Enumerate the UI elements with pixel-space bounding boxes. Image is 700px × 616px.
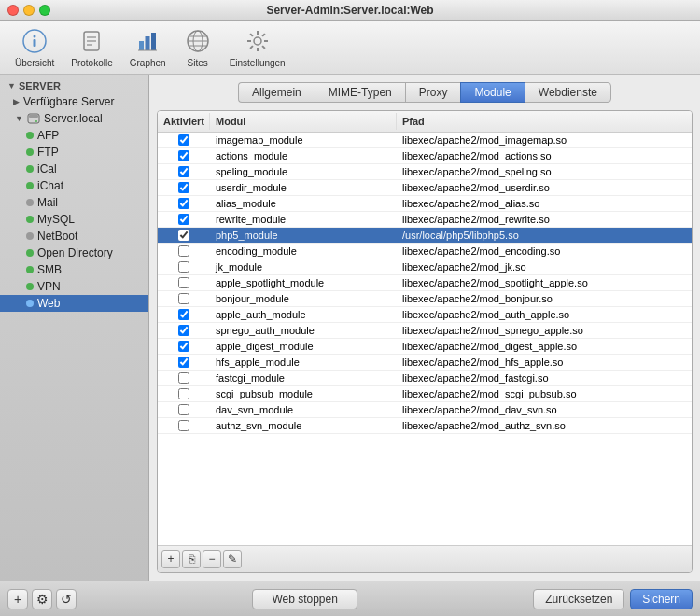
- table-row[interactable]: apple_spotlight_modulelibexec/apache2/mo…: [158, 275, 692, 291]
- module-path: libexec/apache2/mod_bonjour.so: [397, 291, 692, 306]
- table-row[interactable]: hfs_apple_modulelibexec/apache2/mod_hfs_…: [158, 355, 692, 371]
- table-bottom-toolbar: + ⎘ − ✎: [158, 545, 692, 572]
- sidebar-item-mail[interactable]: Mail: [0, 194, 148, 211]
- table-row[interactable]: jk_modulelibexec/apache2/mod_jk.so: [158, 259, 692, 275]
- checkbox-cell: [158, 402, 210, 417]
- traffic-lights[interactable]: [7, 5, 50, 16]
- edit-module-button[interactable]: ✎: [223, 550, 242, 568]
- sidebar-item-mysql[interactable]: MySQL: [0, 211, 148, 228]
- module-checkbox[interactable]: [178, 230, 189, 241]
- toolbar-sites-label: Sites: [188, 58, 208, 68]
- checkbox-cell: [158, 275, 210, 290]
- table-row[interactable]: dav_svn_modulelibexec/apache2/mod_dav_sv…: [158, 402, 692, 418]
- table-row[interactable]: spnego_auth_modulelibexec/apache2/mod_sp…: [158, 323, 692, 339]
- toolbar-graphen[interactable]: Graphen: [122, 22, 174, 72]
- sidebar-item-vpn[interactable]: VPN: [0, 278, 148, 295]
- checkbox-cell: [158, 418, 210, 433]
- table-row[interactable]: actions_modulelibexec/apache2/mod_action…: [158, 148, 692, 164]
- toolbar-uebersicht[interactable]: Übersicht: [7, 22, 62, 72]
- module-checkbox[interactable]: [178, 293, 189, 304]
- module-checkbox[interactable]: [178, 341, 189, 352]
- chevron-down-icon: ▼: [15, 114, 23, 123]
- module-checkbox[interactable]: [178, 261, 189, 273]
- toolbar-einstellungen[interactable]: Einstellungen: [222, 22, 293, 72]
- table-row[interactable]: scgi_pubsub_modulelibexec/apache2/mod_sc…: [158, 386, 692, 402]
- col-modul: Modul: [210, 113, 397, 130]
- sidebar-item-ichat[interactable]: iChat: [0, 177, 148, 194]
- module-checkbox[interactable]: [178, 245, 189, 257]
- table-row[interactable]: encoding_modulelibexec/apache2/mod_encod…: [158, 244, 692, 259]
- module-checkbox[interactable]: [178, 404, 189, 415]
- sidebar-item-server-local[interactable]: ▼ Server.local: [0, 110, 148, 127]
- table-row[interactable]: rewrite_modulelibexec/apache2/mod_rewrit…: [158, 212, 692, 228]
- module-checkbox[interactable]: [178, 150, 189, 161]
- module-name: scgi_pubsub_module: [210, 386, 397, 401]
- refresh-button[interactable]: ↺: [56, 589, 77, 609]
- module-checkbox[interactable]: [178, 214, 189, 225]
- sidebar-item-ftp[interactable]: FTP: [0, 144, 148, 161]
- module-name: encoding_module: [210, 244, 397, 259]
- module-checkbox[interactable]: [178, 134, 189, 146]
- sidebar-server-local-label: Server.local: [44, 112, 103, 125]
- toolbar-graphen-label: Graphen: [130, 58, 166, 68]
- table-row[interactable]: fastcgi_modulelibexec/apache2/mod_fastcg…: [158, 371, 692, 386]
- toolbar-sites[interactable]: Sites: [175, 22, 220, 72]
- table-row[interactable]: apple_auth_modulelibexec/apache2/mod_aut…: [158, 307, 692, 323]
- module-checkbox[interactable]: [178, 420, 189, 431]
- tab-mime-typen[interactable]: MIME-Typen: [315, 82, 405, 103]
- module-checkbox[interactable]: [178, 166, 189, 177]
- table-row[interactable]: php5_module/usr/local/php5/libphp5.so: [158, 228, 692, 244]
- module-checkbox[interactable]: [178, 277, 189, 288]
- module-checkbox[interactable]: [178, 198, 189, 209]
- tab-allgemein[interactable]: Allgemein: [238, 82, 315, 103]
- table-row[interactable]: speling_modulelibexec/apache2/mod_spelin…: [158, 164, 692, 180]
- toolbar-protokolle[interactable]: Protokolle: [63, 22, 119, 72]
- minimize-button[interactable]: [23, 5, 35, 16]
- status-dot-ical: [26, 165, 34, 173]
- module-checkbox[interactable]: [178, 372, 189, 384]
- table-row[interactable]: authz_svn_modulelibexec/apache2/mod_auth…: [158, 418, 692, 434]
- module-checkbox[interactable]: [178, 309, 189, 320]
- module-path: /usr/local/php5/libphp5.so: [397, 228, 692, 243]
- checkbox-cell: [158, 212, 210, 227]
- reset-button[interactable]: Zurücksetzen: [533, 589, 624, 609]
- bar-chart-icon: [133, 26, 162, 56]
- stop-web-button[interactable]: Web stoppen: [252, 589, 357, 609]
- copy-module-button[interactable]: ⎘: [182, 550, 201, 568]
- sidebar-item-open-directory[interactable]: Open Directory: [0, 245, 148, 261]
- maximize-button[interactable]: [39, 5, 50, 16]
- toolbar-protokolle-label: Protokolle: [71, 58, 112, 68]
- settings-button[interactable]: ⚙: [32, 589, 52, 609]
- module-checkbox[interactable]: [178, 182, 189, 193]
- svg-point-16: [254, 37, 261, 45]
- table-row[interactable]: apple_digest_modulelibexec/apache2/mod_d…: [158, 339, 692, 355]
- tab-webdienste[interactable]: Webdienste: [525, 82, 611, 103]
- tab-proxy[interactable]: Proxy: [405, 82, 461, 103]
- save-button[interactable]: Sichern: [630, 589, 693, 609]
- table-row[interactable]: userdir_modulelibexec/apache2/mod_userdi…: [158, 180, 692, 196]
- sidebar-vpn-label: VPN: [37, 280, 61, 293]
- remove-module-button[interactable]: −: [203, 550, 221, 568]
- sidebar-item-web[interactable]: Web: [0, 295, 148, 312]
- sidebar-item-smb[interactable]: SMB: [0, 261, 148, 278]
- module-name: speling_module: [210, 164, 397, 179]
- toolbar-uebersicht-label: Übersicht: [15, 58, 54, 68]
- sidebar-item-ical[interactable]: iCal: [0, 161, 148, 177]
- sidebar-item-netboot[interactable]: NetBoot: [0, 228, 148, 245]
- status-dot-afp: [26, 132, 34, 139]
- table-row[interactable]: bonjour_modulelibexec/apache2/mod_bonjou…: [158, 291, 692, 307]
- module-checkbox[interactable]: [178, 357, 189, 368]
- table-row[interactable]: alias_modulelibexec/apache2/mod_alias.so: [158, 196, 692, 212]
- sidebar-item-afp[interactable]: AFP: [0, 127, 148, 144]
- module-checkbox[interactable]: [178, 388, 189, 399]
- table-row[interactable]: imagemap_modulelibexec/apache2/mod_image…: [158, 133, 692, 148]
- tab-module[interactable]: Module: [460, 82, 524, 103]
- module-path: libexec/apache2/mod_auth_apple.so: [397, 307, 692, 322]
- add-module-button[interactable]: +: [161, 550, 180, 568]
- sidebar-item-verfuegbare-server[interactable]: ▶ Verfügbare Server: [0, 93, 148, 110]
- module-checkbox[interactable]: [178, 325, 189, 336]
- add-server-button[interactable]: +: [7, 589, 28, 609]
- sidebar-ftp-label: FTP: [37, 146, 59, 159]
- tab-bar: Allgemein MIME-Typen Proxy Module Webdie…: [157, 82, 693, 103]
- close-button[interactable]: [7, 5, 19, 16]
